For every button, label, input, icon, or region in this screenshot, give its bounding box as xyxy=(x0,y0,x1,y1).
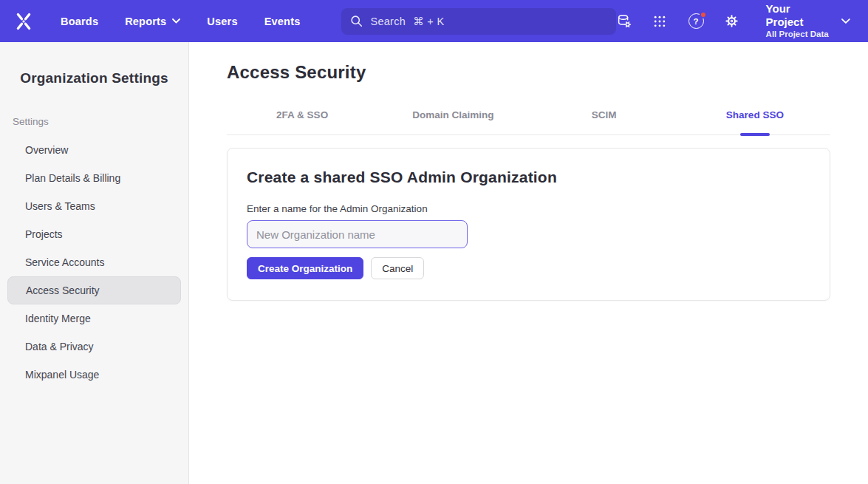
data-management-icon[interactable] xyxy=(616,13,632,30)
main-content: Access Security 2FA & SSO Domain Claimin… xyxy=(189,42,868,484)
sidebar-item-mixpanel-usage[interactable]: Mixpanel Usage xyxy=(7,361,181,389)
card-title: Create a shared SSO Admin Organization xyxy=(247,168,810,186)
create-admin-org-card: Create a shared SSO Admin Organization E… xyxy=(227,148,830,301)
notification-badge xyxy=(700,11,707,18)
nav-item-boards[interactable]: Boards xyxy=(61,16,98,27)
search-shortcut: ⌘ + K xyxy=(413,16,444,27)
sidebar-item-identity-merge[interactable]: Identity Merge xyxy=(7,304,181,333)
nav-item-events[interactable]: Events xyxy=(264,16,301,27)
sidebar-item-data-privacy[interactable]: Data & Privacy xyxy=(7,333,181,361)
project-data-view: All Project Data xyxy=(766,29,830,40)
nav-item-label: Events xyxy=(264,16,301,27)
sidebar-item-plan-details-billing[interactable]: Plan Details & Billing xyxy=(7,164,181,192)
sidebar-section-label: Settings xyxy=(13,116,188,127)
sidebar-item-service-accounts[interactable]: Service Accounts xyxy=(7,248,181,276)
search-placeholder: Search xyxy=(370,16,406,27)
sidebar-item-access-security[interactable]: Access Security xyxy=(7,276,181,304)
settings-gear-icon[interactable] xyxy=(724,13,740,30)
project-selector[interactable]: Your Project All Project Data xyxy=(766,2,850,40)
org-name-input[interactable] xyxy=(247,220,468,248)
nav-item-reports[interactable]: Reports xyxy=(125,16,180,27)
cancel-button[interactable]: Cancel xyxy=(371,257,424,279)
project-name: Your Project xyxy=(766,2,830,29)
settings-sidebar: Organization Settings Settings Overview … xyxy=(0,42,189,484)
tab-scim[interactable]: SCIM xyxy=(529,109,680,134)
org-name-label: Enter a name for the Admin Organization xyxy=(247,203,810,214)
tab-bar: 2FA & SSO Domain Claiming SCIM Shared SS… xyxy=(227,109,830,135)
help-icon[interactable]: ? xyxy=(688,13,704,30)
top-navbar: Boards Reports Users Events Search ⌘ + K xyxy=(0,0,868,42)
tab-domain-claiming[interactable]: Domain Claiming xyxy=(377,109,528,134)
sidebar-item-overview[interactable]: Overview xyxy=(7,136,181,164)
nav-item-label: Users xyxy=(207,16,237,27)
nav-utility-area: ? Your Project All Project Data xyxy=(616,2,850,40)
sidebar-nav-list: Overview Plan Details & Billing Users & … xyxy=(0,136,188,389)
create-organization-button[interactable]: Create Organization xyxy=(247,257,363,279)
nav-item-label: Reports xyxy=(125,16,166,27)
search-input[interactable]: Search ⌘ + K xyxy=(341,8,615,35)
card-actions: Create Organization Cancel xyxy=(247,257,810,279)
mixpanel-logo-icon[interactable] xyxy=(12,10,35,33)
sidebar-item-projects[interactable]: Projects xyxy=(7,220,181,248)
chevron-down-icon xyxy=(841,18,850,24)
nav-item-label: Boards xyxy=(61,16,98,27)
chevron-down-icon xyxy=(172,18,180,24)
tab-2fa-sso[interactable]: 2FA & SSO xyxy=(227,109,377,134)
tab-shared-sso[interactable]: Shared SSO xyxy=(680,109,830,134)
sidebar-title: Organization Settings xyxy=(0,70,188,86)
apps-grid-icon[interactable] xyxy=(652,13,669,30)
search-icon xyxy=(350,15,363,27)
sidebar-item-users-teams[interactable]: Users & Teams xyxy=(7,192,181,220)
primary-nav: Boards Reports Users Events xyxy=(61,16,300,27)
page-title: Access Security xyxy=(227,62,830,83)
nav-item-users[interactable]: Users xyxy=(207,16,237,27)
